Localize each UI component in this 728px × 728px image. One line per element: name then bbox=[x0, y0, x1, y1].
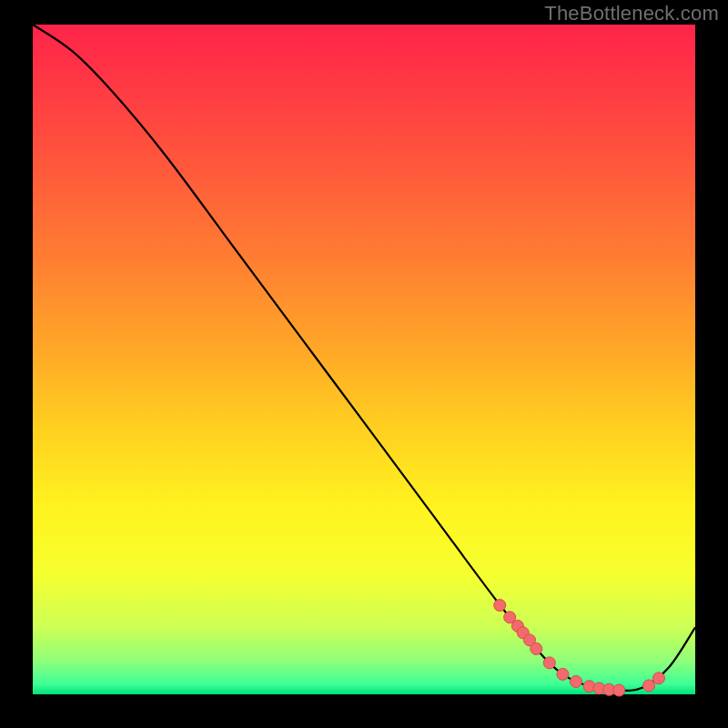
marker-dot bbox=[494, 600, 506, 612]
marker-dot bbox=[531, 642, 542, 654]
chart-stage: { "watermark": "TheBottleneck.com", "col… bbox=[0, 0, 728, 728]
marker-dot bbox=[570, 676, 581, 688]
marker-dot bbox=[643, 680, 655, 692]
gradient-panel bbox=[33, 25, 695, 694]
bottleneck-chart-svg bbox=[0, 0, 728, 728]
marker-dot bbox=[613, 684, 625, 696]
marker-dot bbox=[543, 657, 555, 669]
marker-dot bbox=[652, 672, 664, 684]
marker-dot bbox=[557, 668, 569, 680]
